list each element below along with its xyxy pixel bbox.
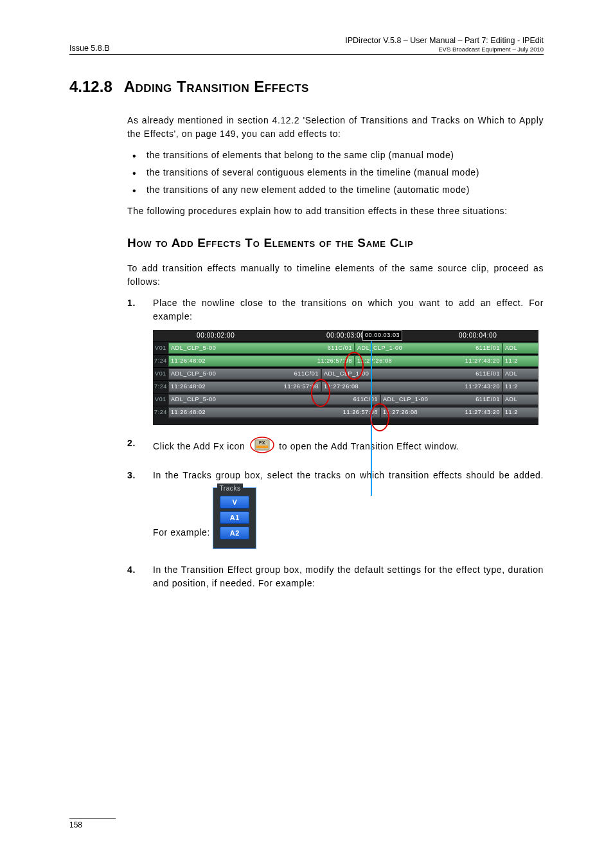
track-lane: 11:26:48:0211:26:57:0811:27:26:0811:27:4…: [168, 354, 538, 367]
step-3: In the Tracks group box, select the trac…: [127, 469, 544, 552]
ruler-tick-label: 00:00:04:00: [459, 330, 497, 340]
step-1-text: Place the nowline close to the transitio…: [153, 298, 544, 321]
track-row: 7:2411:26:48:0211:26:57:0811:27:26:0811:…: [153, 354, 538, 367]
intro-bullets: the transitions of elements that belong …: [127, 149, 544, 197]
clip-right-label: 611C/01: [328, 344, 352, 353]
step-2-text-b: to open the Add Transition Effect window…: [279, 441, 459, 451]
track-label: 7:24: [153, 380, 168, 393]
clip-right-label: 611C/01: [353, 395, 378, 404]
timeline-clip[interactable]: 11:2: [502, 356, 538, 366]
section-title: Adding Transition Effects: [124, 78, 309, 96]
timeline-clip[interactable]: 11:27:26:0811:27:43:20: [355, 356, 502, 366]
section-heading: 4.12.8 Adding Transition Effects: [69, 78, 544, 96]
timeline-clip[interactable]: ADL_CLP_1-00611E/01: [355, 343, 502, 354]
clip-right-label: 611E/01: [475, 344, 500, 353]
page-number: 158: [69, 818, 116, 829]
track-label: V01: [153, 341, 168, 354]
timeline-body: V01ADL_CLP_5-00611C/01ADL_CLP_1-00611E/0…: [153, 341, 538, 419]
tracks-legend: Tracks: [217, 484, 242, 493]
track-lane: 11:26:48:0211:26:57:0811:27:26:0811:27:4…: [168, 380, 538, 393]
step-3-text: In the Tracks group box, select the trac…: [153, 470, 544, 538]
bullet-item: the transitions of several contiguous el…: [127, 166, 544, 179]
subsection-title: How to Add Effects To Elements of the Sa…: [127, 236, 544, 250]
content-body: As already mentioned in section 4.12.2 '…: [127, 114, 544, 590]
timeline-clip[interactable]: ADL_CLP_5-00611C/01: [168, 394, 380, 405]
timeline-clip[interactable]: 11:2: [502, 381, 538, 392]
timeline-clip[interactable]: 11:2: [502, 407, 538, 418]
ruler-tick-label: 00:00:03:00: [326, 330, 364, 340]
clip-right-label: 611E/01: [475, 395, 500, 404]
clip-right-label: 611E/01: [475, 370, 500, 379]
subsection-lead: To add transition effects manually to ti…: [127, 262, 544, 289]
track-lane: 11:26:48:0211:26:57:0811:27:26:0811:27:4…: [168, 406, 538, 419]
track-lane: ADL_CLP_5-00611C/01ADL_CLP_1-00611E/01AD…: [168, 341, 538, 354]
svg-text:FX: FX: [259, 440, 265, 445]
bullet-item: the transitions of any new element added…: [127, 183, 544, 197]
track-label: V01: [153, 367, 168, 380]
timeline-clip[interactable]: 11:27:26:0811:27:43:20: [380, 407, 502, 418]
clip-right-label: 11:27:43:20: [465, 383, 500, 392]
clip-right-label: 11:26:57:08: [317, 357, 352, 366]
step-1: Place the nowline close to the transitio…: [127, 296, 544, 425]
clip-right-label: 11:27:43:20: [465, 408, 500, 417]
ruler-tick-label: 00:00:02:00: [197, 330, 235, 340]
track-a1-button[interactable]: A1: [220, 511, 249, 524]
track-v-button[interactable]: V: [220, 496, 249, 509]
track-a2-button[interactable]: A2: [220, 527, 249, 539]
svg-rect-3: [256, 446, 262, 448]
track-lane: ADL_CLP_5-00611C/01ADL_CLP_1-00611E/01AD…: [168, 393, 538, 406]
clip-right-label: 611C/01: [294, 370, 319, 379]
track-row: 7:2411:26:48:0211:26:57:0811:27:26:0811:…: [153, 380, 538, 393]
timeline-clip[interactable]: ADL_CLP_5-00611C/01: [168, 368, 321, 379]
step-2: Click the Add Fx icon FX to open the Add…: [127, 437, 544, 457]
doc-title: IPDirector V.5.8 – User Manual – Part 7:…: [345, 36, 544, 45]
track-label: V01: [153, 393, 168, 406]
nowline-marker: 00:00:03:03: [362, 330, 402, 341]
track-row: 7:2411:26:48:0211:26:57:0811:27:26:0811:…: [153, 406, 538, 419]
track-label: 7:24: [153, 354, 168, 367]
track-row: V01ADL_CLP_5-00611C/01ADL_CLP_1-00611E/0…: [153, 393, 538, 406]
issue-label: Issue 5.8.B: [69, 44, 110, 53]
header-right: IPDirector V.5.8 – User Manual – Part 7:…: [345, 36, 544, 53]
doc-company: EVS Broadcast Equipment – July 2010: [345, 46, 544, 53]
step-4: In the Transition Effect group box, modi…: [127, 563, 544, 590]
timeline-clip[interactable]: ADL_CLP_5-00611C/01: [168, 343, 355, 354]
step-4-text: In the Transition Effect group box, modi…: [153, 565, 544, 588]
track-label: 7:24: [153, 406, 168, 419]
clip-right-label: 11:26:57:08: [284, 383, 319, 392]
track-row: V01ADL_CLP_5-00611C/01ADL_CLP_1-00611E/0…: [153, 341, 538, 354]
timeline-clip[interactable]: 11:26:48:0211:26:57:08: [168, 356, 355, 366]
steps-list: Place the nowline close to the transitio…: [127, 296, 544, 590]
timeline-clip[interactable]: ADL: [502, 368, 538, 379]
intro-paragraph-2: The following procedures explain how to …: [127, 204, 544, 218]
section-number: 4.12.8: [69, 78, 112, 96]
track-lane: ADL_CLP_5-00611C/01ADL_CLP_1-00611E/01AD…: [168, 367, 538, 380]
add-fx-icon: FX: [250, 437, 274, 457]
timeline-clip[interactable]: 11:27:26:0811:27:43:20: [321, 381, 502, 392]
step-2-text-a: Click the Add Fx icon: [153, 441, 248, 451]
track-row: V01ADL_CLP_5-00611C/01ADL_CLP_1-00611E/0…: [153, 367, 538, 380]
timeline-ruler: 00:00:02:00 00:00:03:00 00:00:03:03 00:0…: [153, 330, 538, 341]
svg-rect-4: [262, 446, 268, 448]
tracks-groupbox: Tracks V A1 A2: [213, 487, 256, 549]
bullet-item: the transitions of elements that belong …: [127, 149, 544, 162]
clip-right-label: 11:27:43:20: [465, 357, 500, 366]
timeline-clip[interactable]: ADL_CLP_1-00611E/01: [321, 368, 502, 379]
intro-paragraph-1: As already mentioned in section 4.12.2 '…: [127, 114, 544, 141]
timeline-clip[interactable]: ADL_CLP_1-00611E/01: [380, 394, 502, 405]
clip-right-label: 11:26:57:08: [343, 408, 378, 417]
timeline-figure: 00:00:02:00 00:00:03:00 00:00:03:03 00:0…: [153, 330, 538, 425]
timeline-footer: [153, 419, 538, 425]
timeline-clip[interactable]: 11:26:48:0211:26:57:08: [168, 381, 321, 392]
page-header: Issue 5.8.B IPDirector V.5.8 – User Manu…: [69, 36, 544, 55]
timeline-clip[interactable]: ADL: [502, 394, 538, 405]
timeline-clip[interactable]: 11:26:48:0211:26:57:08: [168, 407, 380, 418]
nowline: [371, 341, 372, 496]
timeline-clip[interactable]: ADL: [502, 343, 538, 354]
